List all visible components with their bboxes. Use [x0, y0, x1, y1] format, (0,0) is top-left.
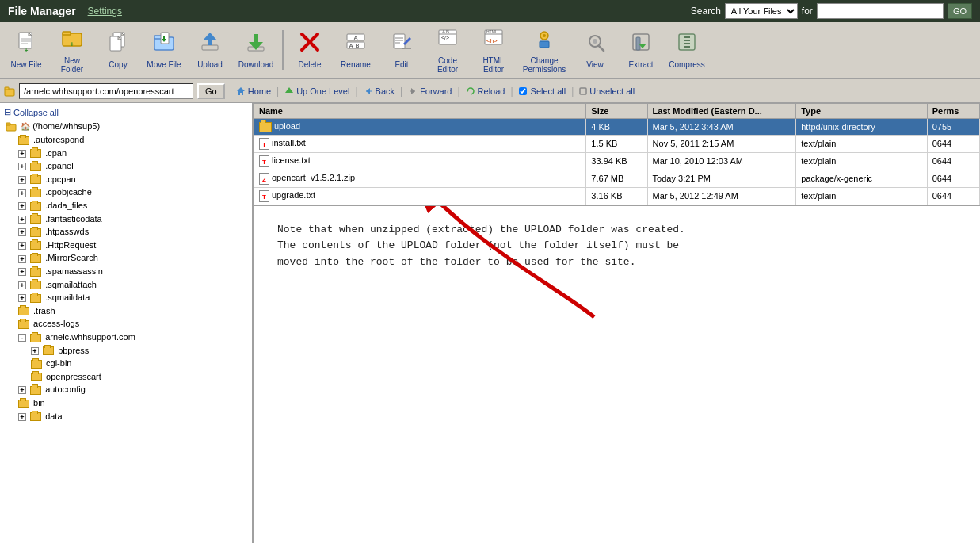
- sidebar-item-trash[interactable]: .trash: [4, 304, 237, 318]
- search-scope-select[interactable]: All Your Files: [725, 3, 798, 19]
- sidebar-item-cpobjcache[interactable]: + .cpobjcache: [4, 185, 237, 199]
- sidebar-item-openpresscart[interactable]: openpresscart: [4, 370, 237, 384]
- folder-icon: [30, 149, 41, 158]
- sidebar-item-data[interactable]: + data: [4, 410, 237, 423]
- upload-button[interactable]: Upload: [188, 25, 232, 75]
- sidebar-item-spamassassin[interactable]: + .spamassassin: [4, 265, 237, 278]
- cell-type: httpd/unix-directory: [796, 119, 928, 136]
- sidebar-item-access-logs[interactable]: access-logs: [4, 317, 237, 331]
- sidebar-item-cgi-bin[interactable]: cgi-bin: [4, 357, 237, 370]
- sidebar-item-root[interactable]: 🏠 (/home/whhsup5): [4, 120, 237, 133]
- expand-htpasswds-icon[interactable]: +: [18, 228, 26, 236]
- expand-cpan-icon[interactable]: +: [18, 150, 26, 158]
- select-all-button[interactable]: Select all: [516, 86, 570, 97]
- expand-cpanel-icon[interactable]: +: [18, 163, 26, 170]
- sidebar-item-httprequest[interactable]: + .HttpRequest: [4, 239, 237, 252]
- col-perms[interactable]: Perms: [927, 104, 979, 119]
- search-input[interactable]: [817, 3, 944, 19]
- col-name[interactable]: Name: [254, 104, 586, 119]
- sidebar-item-autorespond[interactable]: .autorespond: [4, 133, 237, 147]
- folder-icon: [18, 400, 29, 408]
- expand-sqmaildata-icon[interactable]: +: [18, 294, 26, 302]
- move-file-button[interactable]: Move File: [142, 25, 186, 75]
- new-folder-button[interactable]: + New Folder: [50, 25, 94, 75]
- svg-marker-64: [285, 87, 293, 93]
- extract-button[interactable]: Extract: [619, 25, 663, 75]
- forward-button[interactable]: Forward: [405, 86, 455, 97]
- search-label: Search: [691, 6, 721, 17]
- reload-button[interactable]: Reload: [463, 86, 509, 97]
- table-row[interactable]: Tupgrade.txt 3.16 KB Mar 5, 2012 12:49 A…: [254, 187, 980, 205]
- collapse-all-button[interactable]: ⊟ Collapse all: [4, 105, 237, 120]
- svg-rect-19: [202, 45, 218, 50]
- file-table-container: Name Size Last Modified (Eastern D... Ty…: [254, 103, 980, 205]
- edit-label: Edit: [395, 60, 408, 69]
- html-editor-button[interactable]: HTML<h> HTML Editor: [471, 25, 516, 75]
- expand-data-icon[interactable]: +: [18, 413, 26, 421]
- view-button[interactable]: View: [573, 25, 617, 75]
- path-go-button[interactable]: Go: [197, 83, 225, 99]
- sidebar-item-bin[interactable]: bin: [4, 396, 237, 410]
- search-area: Search All Your Files for GO: [691, 3, 972, 19]
- rename-button[interactable]: AAB Rename: [334, 25, 378, 75]
- sidebar-item-sqmaildata[interactable]: + .sqmaildata: [4, 291, 237, 304]
- cell-type: text/plain: [796, 135, 928, 152]
- search-go-button[interactable]: GO: [948, 3, 972, 19]
- table-row[interactable]: Zopencart_v1.5.2.1.zip 7.67 MB Today 3:2…: [254, 170, 980, 187]
- copy-button[interactable]: Copy: [96, 25, 140, 75]
- sidebar: ⊟ Collapse all 🏠 (/home/whhsup5) .autore…: [0, 103, 254, 543]
- expand-mirrorsearch-icon[interactable]: +: [18, 255, 26, 263]
- expand-sqmailattach-icon[interactable]: +: [18, 281, 26, 289]
- expand-cpcpan-icon[interactable]: +: [18, 176, 26, 184]
- up-one-level-button[interactable]: Up One Level: [281, 86, 353, 97]
- sidebar-item-fantasticodata[interactable]: + .fantasticodata: [4, 212, 237, 226]
- table-row[interactable]: upload 4 KB Mar 5, 2012 3:43 AM httpd/un…: [254, 119, 980, 136]
- sidebar-item-sqmailattach[interactable]: + .sqmailattach: [4, 278, 237, 292]
- delete-button[interactable]: Delete: [288, 25, 332, 75]
- back-button[interactable]: Back: [360, 86, 398, 97]
- sidebar-item-arnelc-label: arnelc.whhsupport.com: [45, 332, 135, 342]
- expand-dada-icon[interactable]: +: [18, 202, 26, 210]
- cell-perms: 0644: [927, 187, 979, 205]
- home-button[interactable]: Home: [233, 86, 274, 97]
- expand-fantasticodata-icon[interactable]: +: [18, 216, 26, 224]
- unselect-all-button[interactable]: Unselect all: [576, 86, 638, 97]
- new-file-button[interactable]: + New File: [4, 25, 48, 75]
- col-size[interactable]: Size: [586, 104, 647, 119]
- change-permissions-button[interactable]: Change Permissions: [517, 25, 571, 75]
- sidebar-item-autoconfig[interactable]: + autoconfig: [4, 383, 237, 396]
- table-row[interactable]: Tinstall.txt 1.5 KB Nov 5, 2011 2:15 AM …: [254, 135, 980, 152]
- sidebar-item-arnelc[interactable]: - arnelc.whhsupport.com: [4, 331, 237, 344]
- sidebar-item-htpasswds[interactable]: + .htpasswds: [4, 225, 237, 239]
- sidebar-item-dada-files[interactable]: + .dada_files: [4, 199, 237, 212]
- cell-modified: Mar 5, 2012 12:49 AM: [647, 187, 796, 205]
- expand-arnelc-icon[interactable]: -: [18, 334, 26, 342]
- settings-link[interactable]: Settings: [88, 6, 122, 17]
- folder-icon: [31, 360, 42, 369]
- expand-cpobjcache-icon[interactable]: +: [18, 189, 26, 197]
- edit-button[interactable]: Edit: [379, 25, 424, 75]
- code-editor-button[interactable]: AB</> Code Editor: [425, 25, 470, 75]
- edit-icon: [391, 31, 413, 58]
- col-type[interactable]: Type: [796, 104, 928, 119]
- sidebar-item-mirrorsearch[interactable]: + .MirrorSearch: [4, 251, 237, 265]
- sidebar-item-cpcpan[interactable]: + .cpcpan: [4, 173, 237, 186]
- expand-httprequest-icon[interactable]: +: [18, 242, 26, 250]
- expand-bbpress-icon[interactable]: +: [31, 347, 39, 355]
- sidebar-item-cgi-bin-label: cgi-bin: [46, 358, 71, 368]
- delete-label: Delete: [299, 60, 322, 69]
- expand-autoconfig-icon[interactable]: +: [18, 386, 26, 394]
- file-table-body: upload 4 KB Mar 5, 2012 3:43 AM httpd/un…: [254, 119, 980, 205]
- sidebar-item-bbpress[interactable]: + bbpress: [4, 344, 237, 358]
- path-text: /arnelc.whhsupport.com/openpresscart: [24, 86, 174, 96]
- download-button[interactable]: Download: [234, 25, 278, 75]
- compress-button[interactable]: Compress: [665, 25, 709, 75]
- cell-name: Tinstall.txt: [254, 135, 586, 152]
- folder-icon: [30, 189, 41, 197]
- sidebar-item-cpan[interactable]: + .cpan: [4, 147, 237, 160]
- table-row[interactable]: Tlicense.txt 33.94 KB Mar 10, 2010 12:03…: [254, 152, 980, 170]
- sidebar-item-cpanel[interactable]: + .cpanel: [4, 159, 237, 173]
- col-modified[interactable]: Last Modified (Eastern D...: [647, 104, 796, 119]
- select-all-checkbox[interactable]: [519, 87, 527, 95]
- expand-spamassassin-icon[interactable]: +: [18, 268, 26, 276]
